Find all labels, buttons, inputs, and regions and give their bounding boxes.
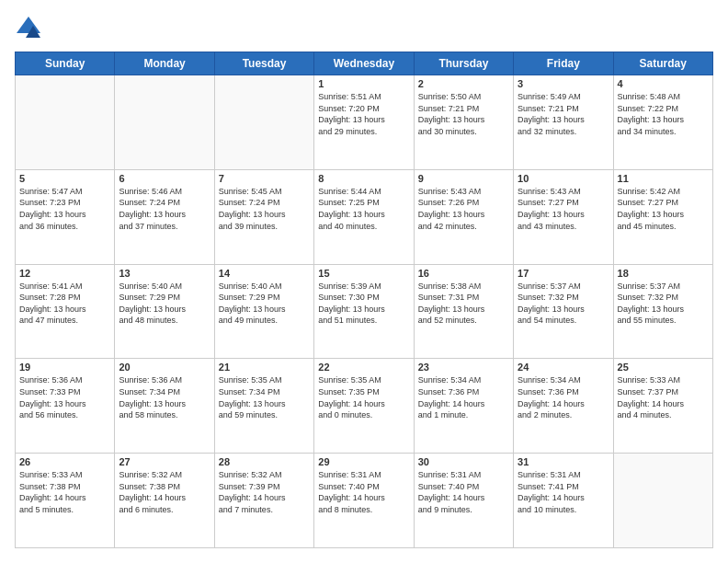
calendar-cell: 24Sunrise: 5:34 AM Sunset: 7:36 PM Dayli… xyxy=(514,359,613,454)
calendar-cell xyxy=(613,454,712,548)
day-number: 23 xyxy=(418,362,509,373)
cell-info: Sunrise: 5:35 AM Sunset: 7:34 PM Dayligh… xyxy=(219,374,310,420)
calendar-cell: 27Sunrise: 5:32 AM Sunset: 7:38 PM Dayli… xyxy=(115,454,214,548)
day-number: 20 xyxy=(119,362,210,373)
calendar-cell xyxy=(16,75,115,170)
cell-info: Sunrise: 5:31 AM Sunset: 7:40 PM Dayligh… xyxy=(318,469,409,515)
day-number: 11 xyxy=(618,173,709,184)
page: SundayMondayTuesdayWednesdayThursdayFrid… xyxy=(0,0,728,563)
week-row-2: 5Sunrise: 5:47 AM Sunset: 7:23 PM Daylig… xyxy=(16,169,713,264)
calendar-cell: 5Sunrise: 5:47 AM Sunset: 7:23 PM Daylig… xyxy=(16,169,115,264)
day-number: 13 xyxy=(119,268,210,279)
calendar-cell: 16Sunrise: 5:38 AM Sunset: 7:31 PM Dayli… xyxy=(414,264,513,359)
weekday-header-friday: Friday xyxy=(514,52,613,75)
calendar-cell: 10Sunrise: 5:43 AM Sunset: 7:27 PM Dayli… xyxy=(514,169,613,264)
day-number: 9 xyxy=(418,173,509,184)
calendar-cell: 18Sunrise: 5:37 AM Sunset: 7:32 PM Dayli… xyxy=(613,264,712,359)
cell-info: Sunrise: 5:49 AM Sunset: 7:21 PM Dayligh… xyxy=(518,91,609,137)
calendar-cell: 12Sunrise: 5:41 AM Sunset: 7:28 PM Dayli… xyxy=(16,264,115,359)
calendar-cell: 19Sunrise: 5:36 AM Sunset: 7:33 PM Dayli… xyxy=(16,359,115,454)
weekday-header-monday: Monday xyxy=(115,52,214,75)
calendar-cell: 9Sunrise: 5:43 AM Sunset: 7:26 PM Daylig… xyxy=(414,169,513,264)
header xyxy=(15,15,713,42)
calendar-cell: 29Sunrise: 5:31 AM Sunset: 7:40 PM Dayli… xyxy=(314,454,414,548)
calendar-cell: 15Sunrise: 5:39 AM Sunset: 7:30 PM Dayli… xyxy=(314,264,414,359)
cell-info: Sunrise: 5:43 AM Sunset: 7:26 PM Dayligh… xyxy=(418,186,509,232)
cell-info: Sunrise: 5:37 AM Sunset: 7:32 PM Dayligh… xyxy=(518,281,609,327)
day-number: 15 xyxy=(318,268,409,279)
cell-info: Sunrise: 5:34 AM Sunset: 7:36 PM Dayligh… xyxy=(518,374,609,420)
cell-info: Sunrise: 5:43 AM Sunset: 7:27 PM Dayligh… xyxy=(518,186,609,232)
cell-info: Sunrise: 5:35 AM Sunset: 7:35 PM Dayligh… xyxy=(318,374,409,420)
calendar-cell: 4Sunrise: 5:48 AM Sunset: 7:22 PM Daylig… xyxy=(613,75,712,170)
cell-info: Sunrise: 5:46 AM Sunset: 7:24 PM Dayligh… xyxy=(119,186,210,232)
day-number: 6 xyxy=(119,173,210,184)
cell-info: Sunrise: 5:36 AM Sunset: 7:34 PM Dayligh… xyxy=(119,374,210,420)
day-number: 14 xyxy=(219,268,310,279)
cell-info: Sunrise: 5:42 AM Sunset: 7:27 PM Dayligh… xyxy=(618,186,709,232)
cell-info: Sunrise: 5:51 AM Sunset: 7:20 PM Dayligh… xyxy=(318,91,409,137)
svg-marker-0 xyxy=(17,17,40,33)
day-number: 1 xyxy=(318,78,409,89)
cell-info: Sunrise: 5:32 AM Sunset: 7:38 PM Dayligh… xyxy=(119,469,210,515)
day-number: 12 xyxy=(19,268,110,279)
week-row-1: 1Sunrise: 5:51 AM Sunset: 7:20 PM Daylig… xyxy=(16,75,713,170)
calendar-cell xyxy=(214,75,313,170)
calendar-cell: 21Sunrise: 5:35 AM Sunset: 7:34 PM Dayli… xyxy=(214,359,313,454)
cell-info: Sunrise: 5:36 AM Sunset: 7:33 PM Dayligh… xyxy=(19,374,110,420)
day-number: 28 xyxy=(219,456,310,467)
calendar-cell: 3Sunrise: 5:49 AM Sunset: 7:21 PM Daylig… xyxy=(514,75,613,170)
cell-info: Sunrise: 5:40 AM Sunset: 7:29 PM Dayligh… xyxy=(219,281,310,327)
weekday-header-thursday: Thursday xyxy=(414,52,513,75)
day-number: 30 xyxy=(418,456,509,467)
cell-info: Sunrise: 5:39 AM Sunset: 7:30 PM Dayligh… xyxy=(318,281,409,327)
cell-info: Sunrise: 5:32 AM Sunset: 7:39 PM Dayligh… xyxy=(219,469,310,515)
cell-info: Sunrise: 5:47 AM Sunset: 7:23 PM Dayligh… xyxy=(19,186,110,232)
day-number: 29 xyxy=(318,456,409,467)
day-number: 27 xyxy=(119,456,210,467)
day-number: 31 xyxy=(518,456,609,467)
day-number: 22 xyxy=(318,362,409,373)
calendar-cell: 30Sunrise: 5:31 AM Sunset: 7:40 PM Dayli… xyxy=(414,454,513,548)
calendar-cell: 25Sunrise: 5:33 AM Sunset: 7:37 PM Dayli… xyxy=(613,359,712,454)
day-number: 16 xyxy=(418,268,509,279)
cell-info: Sunrise: 5:38 AM Sunset: 7:31 PM Dayligh… xyxy=(418,281,509,327)
day-number: 8 xyxy=(318,173,409,184)
calendar-cell: 22Sunrise: 5:35 AM Sunset: 7:35 PM Dayli… xyxy=(314,359,414,454)
calendar-cell: 7Sunrise: 5:45 AM Sunset: 7:24 PM Daylig… xyxy=(214,169,313,264)
calendar-cell: 31Sunrise: 5:31 AM Sunset: 7:41 PM Dayli… xyxy=(514,454,613,548)
day-number: 24 xyxy=(518,362,609,373)
week-row-5: 26Sunrise: 5:33 AM Sunset: 7:38 PM Dayli… xyxy=(16,454,713,548)
calendar-cell: 2Sunrise: 5:50 AM Sunset: 7:21 PM Daylig… xyxy=(414,75,513,170)
calendar-cell: 28Sunrise: 5:32 AM Sunset: 7:39 PM Dayli… xyxy=(214,454,313,548)
day-number: 2 xyxy=(418,78,509,89)
calendar-cell: 17Sunrise: 5:37 AM Sunset: 7:32 PM Dayli… xyxy=(514,264,613,359)
weekday-header-tuesday: Tuesday xyxy=(214,52,313,75)
week-row-3: 12Sunrise: 5:41 AM Sunset: 7:28 PM Dayli… xyxy=(16,264,713,359)
cell-info: Sunrise: 5:33 AM Sunset: 7:38 PM Dayligh… xyxy=(19,469,110,515)
day-number: 3 xyxy=(518,78,609,89)
day-number: 7 xyxy=(219,173,310,184)
logo-icon xyxy=(15,15,42,42)
week-row-4: 19Sunrise: 5:36 AM Sunset: 7:33 PM Dayli… xyxy=(16,359,713,454)
calendar-cell: 20Sunrise: 5:36 AM Sunset: 7:34 PM Dayli… xyxy=(115,359,214,454)
day-number: 4 xyxy=(618,78,709,89)
cell-info: Sunrise: 5:44 AM Sunset: 7:25 PM Dayligh… xyxy=(318,186,409,232)
day-number: 25 xyxy=(618,362,709,373)
calendar-cell xyxy=(115,75,214,170)
cell-info: Sunrise: 5:34 AM Sunset: 7:36 PM Dayligh… xyxy=(418,374,509,420)
cell-info: Sunrise: 5:31 AM Sunset: 7:40 PM Dayligh… xyxy=(418,469,509,515)
weekday-header-saturday: Saturday xyxy=(613,52,712,75)
calendar-cell: 8Sunrise: 5:44 AM Sunset: 7:25 PM Daylig… xyxy=(314,169,414,264)
day-number: 19 xyxy=(19,362,110,373)
cell-info: Sunrise: 5:41 AM Sunset: 7:28 PM Dayligh… xyxy=(19,281,110,327)
weekday-header-sunday: Sunday xyxy=(16,52,115,75)
day-number: 18 xyxy=(618,268,709,279)
cell-info: Sunrise: 5:48 AM Sunset: 7:22 PM Dayligh… xyxy=(618,91,709,137)
cell-info: Sunrise: 5:40 AM Sunset: 7:29 PM Dayligh… xyxy=(119,281,210,327)
calendar-cell: 1Sunrise: 5:51 AM Sunset: 7:20 PM Daylig… xyxy=(314,75,414,170)
day-number: 26 xyxy=(19,456,110,467)
cell-info: Sunrise: 5:31 AM Sunset: 7:41 PM Dayligh… xyxy=(518,469,609,515)
calendar-cell: 11Sunrise: 5:42 AM Sunset: 7:27 PM Dayli… xyxy=(613,169,712,264)
calendar-cell: 13Sunrise: 5:40 AM Sunset: 7:29 PM Dayli… xyxy=(115,264,214,359)
